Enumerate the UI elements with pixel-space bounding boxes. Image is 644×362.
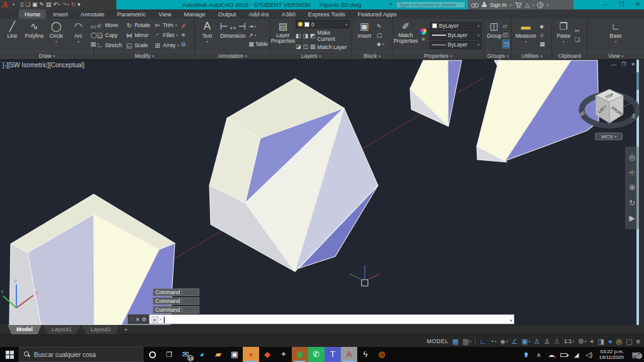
close-button[interactable]: ✕ — [635, 0, 640, 9]
autocad-logo-icon[interactable]: A — [2, 0, 8, 9]
id-point-button[interactable]: ◈ — [540, 23, 545, 30]
infocenter-collapse-icon[interactable]: ▸ — [390, 1, 392, 6]
spotify-icon[interactable]: ◉ — [292, 347, 308, 362]
linetype-dropdown[interactable]: ByLayer▾ — [430, 41, 482, 49]
store-icon[interactable]: ▣ — [226, 347, 243, 362]
ungroup-button[interactable]: ▱ — [502, 22, 509, 30]
drawing-area[interactable]: Z X Y [-][SW Isometric][Conceptual] — ❐ … — [0, 60, 644, 325]
clock[interactable]: 03:22 p.m. 19/11/2020 — [597, 349, 626, 360]
annotation-visibility-icon[interactable]: ♙ — [534, 337, 540, 345]
autoscale-icon[interactable]: ♙ — [544, 337, 550, 345]
cut-button[interactable]: ✂ — [575, 27, 580, 35]
layer-tool-icon[interactable]: ◪ — [296, 43, 301, 50]
explode-icon[interactable]: ✳ — [181, 31, 186, 39]
array-button[interactable]: ⊞Array▾ — [154, 40, 179, 50]
customize-wrench-icon[interactable]: ⚙ — [142, 317, 147, 322]
new-file-icon[interactable]: ▯ — [20, 0, 23, 9]
osnap-icon[interactable]: ▣▾ — [521, 337, 530, 345]
open-icon[interactable]: ❏ — [25, 0, 30, 9]
teams-icon[interactable]: T — [325, 347, 341, 362]
tab-featured-apps[interactable]: Featured Apps — [352, 9, 402, 19]
move-button[interactable]: ⊹Move — [96, 20, 122, 30]
qat-customize-icon[interactable]: ▾ — [77, 0, 80, 9]
layer-tool-icon[interactable]: ▧ — [310, 43, 316, 50]
doc-close-button[interactable]: ✕ — [631, 62, 635, 67]
point-button[interactable]: ⊹ — [540, 31, 545, 39]
zoom-icon[interactable]: ⊕ — [629, 184, 635, 192]
tab-home[interactable]: Home — [19, 9, 46, 19]
isolate-objects-icon[interactable]: ◎ — [616, 337, 623, 345]
customization-icon[interactable]: ≡ — [636, 337, 640, 345]
taskbar-search[interactable] — [19, 347, 143, 362]
circle-button[interactable]: ◯Circle▾ — [46, 20, 67, 50]
viewport-scrollbar-thumb[interactable] — [636, 72, 639, 90]
table-button[interactable]: ▦Table — [248, 40, 268, 48]
history-toggle-icon[interactable]: ▴ — [510, 317, 512, 322]
tab-layout1[interactable]: Layout1 — [43, 325, 80, 334]
minimize-button[interactable]: — — [602, 0, 608, 9]
cortana-button[interactable] — [143, 351, 161, 358]
layer-tool-icon[interactable]: ◩ — [310, 33, 316, 40]
lineweight-dropdown[interactable]: ByLayer▾ — [430, 31, 482, 40]
taskbar-search-input[interactable] — [34, 351, 128, 358]
notification-center-button[interactable]: ▤16 — [629, 351, 641, 359]
mirror-button[interactable]: ⋈Mirror — [126, 30, 150, 40]
annotation-scale-button[interactable]: 1:1▾ — [564, 338, 574, 344]
share-dropdown-icon[interactable]: ▾ — [533, 3, 535, 7]
annotation-people-icon[interactable]: ♙ — [554, 337, 560, 345]
among-us-icon[interactable]: ● — [243, 347, 259, 362]
stretch-button[interactable]: ↔Stretch — [96, 40, 122, 50]
layer-tool-icon[interactable]: ◨ — [303, 33, 309, 40]
insert-button[interactable]: ▣Insert — [354, 20, 375, 50]
doc-minimize-button[interactable]: — — [611, 62, 616, 67]
panel-title-clipboard[interactable]: Clipboard — [552, 52, 587, 59]
tab-model[interactable]: Model — [8, 325, 42, 334]
dimension-button[interactable]: ⊢↔⊣Dimension — [219, 20, 247, 50]
block-attributes-button[interactable]: ◈▾ — [377, 40, 384, 48]
help-icon[interactable]: ? — [537, 2, 543, 8]
help-tray-icon[interactable]: ? — [521, 351, 531, 359]
make-current-button[interactable]: Make Current — [318, 30, 350, 42]
wcs-dropdown[interactable]: WCS▾ — [595, 133, 623, 140]
fillet-button[interactable]: ◜Fillet▾ — [154, 30, 179, 40]
epic-icon[interactable]: ✦ — [275, 347, 292, 362]
onedrive-icon[interactable]: ☁✕ — [547, 351, 557, 358]
lineweight-list-icon[interactable]: ≡ — [421, 36, 425, 43]
solid-center[interactable] — [209, 79, 378, 272]
tab-addins[interactable]: Add-ins — [243, 9, 274, 19]
base-button[interactable]: ∟Base▾ — [606, 20, 626, 50]
solid-bottom-left[interactable] — [9, 194, 175, 325]
tab-a360[interactable]: A360 — [276, 9, 301, 19]
restore-button[interactable]: ❐ — [619, 0, 624, 9]
tab-view[interactable]: View — [153, 9, 177, 19]
file-explorer-icon[interactable]: ▰ — [210, 347, 226, 362]
tab-parametric[interactable]: Parametric — [111, 9, 152, 19]
otrack-icon[interactable]: ∠ — [511, 337, 518, 345]
tab-insert[interactable]: Insert — [47, 9, 74, 19]
nav-wheel-icon[interactable]: ◎ — [629, 153, 635, 162]
line-button[interactable]: ╱Line — [2, 20, 23, 50]
layer-dropdown[interactable]: 0 ▾ — [296, 20, 350, 28]
new-layout-button[interactable]: + — [121, 325, 131, 334]
copy-button[interactable]: ❏Copy — [96, 30, 122, 40]
logo-dropdown-icon[interactable]: ▾ — [13, 2, 14, 6]
recent-commands-icon[interactable]: ▾ — [160, 317, 162, 321]
command-input[interactable]: ▸ ▾ | ▴ — [149, 314, 514, 324]
arc-button[interactable]: ◠Arc▾ — [68, 20, 89, 50]
polyline-button[interactable]: ∿Polyline — [24, 20, 45, 50]
panel-title-groups[interactable]: Groups▾ — [484, 52, 511, 59]
layer-properties-button[interactable]: ▤ LayerProperties — [272, 20, 294, 50]
brave-icon[interactable]: ◆ — [259, 347, 275, 362]
snap-icon[interactable]: ▥▾ — [462, 337, 471, 345]
layer-tool-icon[interactable]: ◧ — [296, 33, 301, 40]
panel-title-draw[interactable]: Draw▾ — [0, 52, 94, 59]
fade-icon[interactable]: ◍ — [181, 40, 186, 48]
drag-grip-icon[interactable]: ∷ — [130, 317, 133, 322]
chevron-up-icon[interactable]: ∧ — [534, 351, 544, 358]
redo-icon[interactable]: ↷▾ — [62, 0, 69, 9]
annotation-monitor-icon[interactable]: + — [590, 337, 594, 345]
plot-icon[interactable]: ▤ — [46, 0, 52, 9]
rotate-button[interactable]: ↻Rotate — [126, 20, 150, 30]
undo-icon[interactable]: ↶▾ — [53, 0, 60, 9]
match-properties-button[interactable]: ✐ MatchProperties — [394, 20, 417, 50]
